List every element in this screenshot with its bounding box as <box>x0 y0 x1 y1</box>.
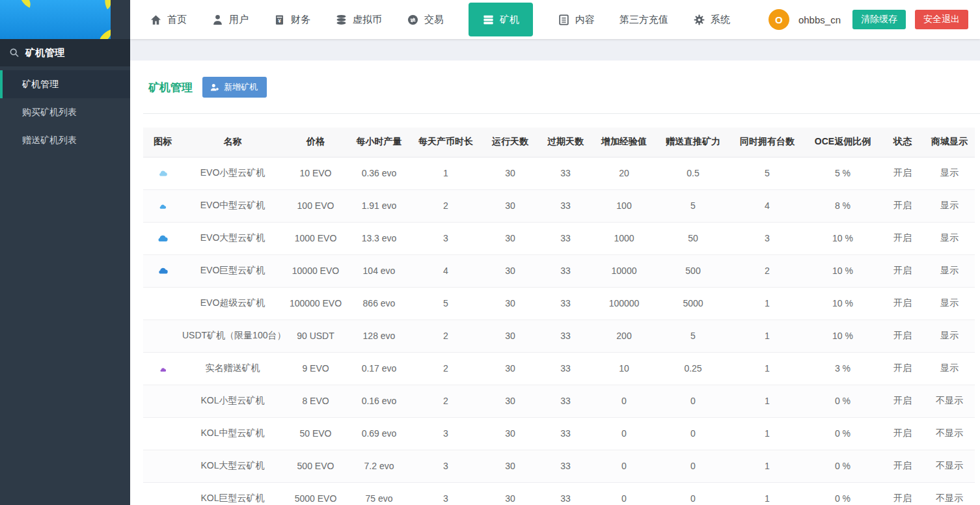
avatar[interactable]: O <box>769 9 789 30</box>
table-row: EVO巨型云矿机10000 EVO104 evo4303310000500210… <box>143 254 975 287</box>
table-row: KOL大型云矿机500 EVO7.2 evo330330010 %开启不显示 <box>143 450 975 482</box>
cell-status: 开启 <box>881 157 924 189</box>
cell-gift-power: 5000 <box>656 287 730 320</box>
cell-hourly-output: 0.17 evo <box>348 352 410 385</box>
nav-item-0[interactable]: 首页 <box>150 0 187 39</box>
breadcrumb-bar <box>130 39 980 61</box>
cell-oce-rebate: 0 % <box>804 482 881 505</box>
finance-icon: ¥ <box>273 14 286 26</box>
cell-name: EVO大型云矿机 <box>182 222 283 254</box>
sidebar-item-0[interactable]: 矿机管理 <box>0 70 130 98</box>
top-navbar: 首页用户¥财务虚拟币交易矿机内容第三方充值系统 O ohbbs_cn 清除缓存 … <box>130 0 980 39</box>
miner-cloud-icon <box>157 267 169 274</box>
cell-status: 开启 <box>881 287 924 320</box>
section-divider <box>143 113 980 114</box>
cell-status: 开启 <box>881 189 924 222</box>
nav-item-7[interactable]: 第三方充值 <box>619 0 668 39</box>
cell-oce-rebate: 10 % <box>804 320 881 352</box>
cell-expire-days: 33 <box>539 189 592 222</box>
cell-run-days: 30 <box>482 482 539 505</box>
server-icon <box>482 14 495 26</box>
table-row: KOL中型云矿机50 EVO0.69 evo330330010 %开启不显示 <box>143 417 975 450</box>
table-row: KOL巨型云矿机5000 EVO75 evo330330010 %开启不显示 <box>143 482 975 505</box>
add-miner-button[interactable]: 新增矿机 <box>202 77 267 98</box>
cell-hourly-output: 0.69 evo <box>348 417 410 450</box>
add-miner-button-label: 新增矿机 <box>224 81 258 93</box>
app-logo[interactable] <box>0 0 111 39</box>
cell-exp-gain: 10 <box>592 352 656 385</box>
table-row: KOL小型云矿机8 EVO0.16 evo230330010 %开启不显示 <box>143 385 975 417</box>
miner-icon-cell <box>143 254 182 287</box>
cell-run-days: 30 <box>482 450 539 482</box>
sidebar-item-1[interactable]: 购买矿机列表 <box>0 98 130 126</box>
cell-run-days: 30 <box>482 385 539 417</box>
cell-mall-display: 显示 <box>924 320 975 352</box>
username-label[interactable]: ohbbs_cn <box>798 14 841 25</box>
nav-menu: 首页用户¥财务虚拟币交易矿机内容第三方充值系统 <box>150 0 730 39</box>
miner-icon-cell <box>143 222 182 254</box>
cell-max-owned: 1 <box>730 482 804 505</box>
table-row: 实名赠送矿机9 EVO0.17 evo23033100.2513 %开启显示 <box>143 352 975 385</box>
cell-gift-power: 500 <box>656 254 730 287</box>
nav-item-2[interactable]: ¥财务 <box>273 0 310 39</box>
clear-cache-button[interactable]: 清除缓存 <box>852 10 906 29</box>
cell-oce-rebate: 10 % <box>804 287 881 320</box>
nav-item-1[interactable]: 用户 <box>211 0 249 39</box>
nav-item-label: 财务 <box>291 14 310 26</box>
cell-daily-coin-hours: 2 <box>410 189 482 222</box>
cell-run-days: 30 <box>482 222 539 254</box>
miner-icon-cell <box>143 352 182 385</box>
cell-gift-power: 0.5 <box>656 157 730 189</box>
cell-name: KOL小型云矿机 <box>182 385 283 417</box>
column-header: 每小时产量 <box>348 128 410 157</box>
cell-exp-gain: 1000 <box>592 222 656 254</box>
miner-icon-cell <box>143 417 182 450</box>
cell-mall-display: 显示 <box>924 287 975 320</box>
cell-name: EVO巨型云矿机 <box>182 254 283 287</box>
nav-item-label: 首页 <box>167 14 187 26</box>
nav-item-label: 矿机 <box>500 14 519 26</box>
cell-expire-days: 33 <box>539 254 592 287</box>
cell-gift-power: 50 <box>656 222 730 254</box>
nav-item-3[interactable]: 虚拟币 <box>335 0 382 39</box>
coins-icon <box>335 14 347 26</box>
cell-max-owned: 5 <box>730 157 804 189</box>
column-header: 商城显示 <box>924 128 975 157</box>
cell-price: 10 EVO <box>283 157 348 189</box>
cell-status: 开启 <box>881 417 924 450</box>
cell-hourly-output: 75 evo <box>348 482 410 505</box>
cell-mall-display: 显示 <box>924 254 975 287</box>
cell-mall-display: 不显示 <box>924 482 975 505</box>
cell-oce-rebate: 10 % <box>804 254 881 287</box>
miner-icon-cell <box>143 189 182 222</box>
cell-name: KOL大型云矿机 <box>182 450 283 482</box>
cell-price: 90 USDT <box>283 320 348 352</box>
cell-oce-rebate: 3 % <box>804 352 881 385</box>
sidebar-item-label: 矿机管理 <box>22 79 59 90</box>
cell-hourly-output: 0.36 evo <box>348 157 410 189</box>
nav-item-5[interactable]: 矿机 <box>469 3 533 36</box>
content-panel: 矿机管理 新增矿机 图标名称价格每小时产量每天产币时长运行天数过期天数增加经验值… <box>130 61 980 505</box>
column-header: OCE返佣比例 <box>804 128 881 157</box>
sidebar-item-2[interactable]: 赠送矿机列表 <box>0 126 130 154</box>
cell-price: 100000 EVO <box>283 287 348 320</box>
cell-gift-power: 0 <box>656 450 730 482</box>
miner-icon-cell <box>143 450 182 482</box>
cell-name: KOL巨型云矿机 <box>182 482 283 505</box>
nav-item-4[interactable]: 交易 <box>407 0 444 39</box>
cell-max-owned: 1 <box>730 450 804 482</box>
cell-mall-display: 不显示 <box>924 385 975 417</box>
nav-item-8[interactable]: 系统 <box>693 0 730 39</box>
nav-item-6[interactable]: 内容 <box>558 0 595 39</box>
column-header: 赠送直推矿力 <box>656 128 730 157</box>
content-icon <box>558 14 570 26</box>
column-header: 过期天数 <box>539 128 592 157</box>
cell-price: 8 EVO <box>283 385 348 417</box>
miner-table: 图标名称价格每小时产量每天产币时长运行天数过期天数增加经验值赠送直推矿力同时拥有… <box>143 128 975 505</box>
cell-daily-coin-hours: 4 <box>410 254 482 287</box>
logout-button[interactable]: 安全退出 <box>915 10 968 29</box>
cell-expire-days: 33 <box>539 352 592 385</box>
nav-item-label: 交易 <box>424 14 444 26</box>
cell-max-owned: 1 <box>730 287 804 320</box>
add-user-icon <box>210 83 219 92</box>
